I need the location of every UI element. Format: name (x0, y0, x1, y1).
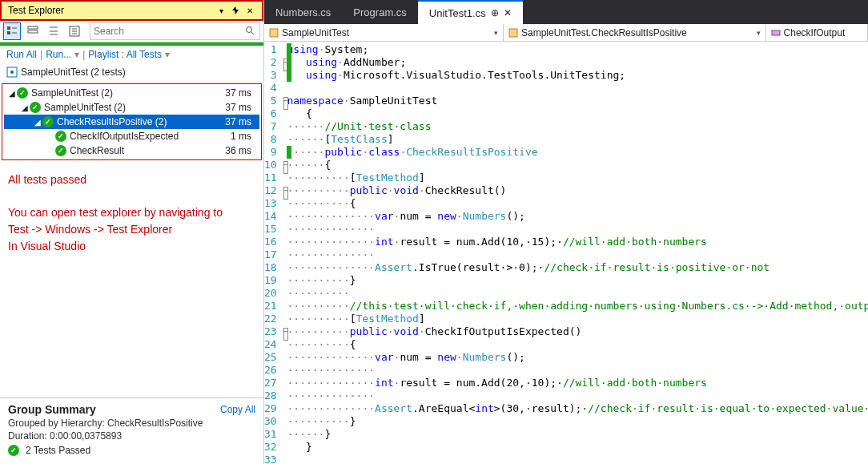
pin-icon[interactable]: ⊕ (491, 7, 499, 18)
tree-row[interactable]: ◢✓SampleUnitTest (2)37 ms (4, 86, 259, 100)
annotation-line: In Visual Studio (8, 238, 255, 255)
code-line[interactable]: ··········[TestMethod] (287, 171, 868, 184)
code-line[interactable]: ······{ (287, 159, 868, 171)
code-line[interactable]: ······} (287, 428, 868, 441)
line-number: 11 (264, 171, 282, 184)
line-number: 16 (264, 236, 282, 248)
search-input[interactable] (94, 26, 245, 37)
tree-time: 37 ms (225, 87, 256, 99)
toolbar (0, 21, 263, 42)
tree-row[interactable]: ◢✓SampleUnitTest (2)37 ms (4, 100, 259, 115)
chevron-down-icon[interactable]: ▾ (74, 49, 79, 60)
breadcrumb-text: SampleUnitTest (282, 27, 349, 38)
close-icon[interactable]: ✕ (504, 7, 512, 18)
code-line[interactable]: ·············· (287, 364, 868, 377)
layout-button[interactable] (24, 22, 42, 40)
run-link[interactable]: Run... (46, 49, 71, 60)
svg-rect-2 (28, 26, 38, 29)
code-editor[interactable]: 1234567891011121314151617181920212223242… (264, 42, 868, 464)
chevron-down-icon[interactable]: ▾ (757, 29, 761, 37)
tab-label: Program.cs (353, 6, 406, 18)
code-line[interactable]: using·System; (287, 43, 868, 56)
code-line[interactable]: ··············var·num = new·Numbers(); (287, 210, 868, 223)
tab-strip: Numbers.csProgram.csUnitTest1.cs⊕✕ (264, 0, 868, 24)
code-line[interactable]: ·········· (287, 287, 868, 300)
tree-row[interactable]: ✓CheckResult36 ms (4, 143, 259, 158)
tree-label: CheckIfOutputIsExpected (70, 131, 231, 142)
line-number: 31 (264, 428, 282, 441)
code-line[interactable] (287, 82, 868, 95)
playlist-link[interactable]: Playlist : All Tests (88, 49, 162, 60)
code-line[interactable]: ··········} (287, 274, 868, 287)
code-line[interactable]: ······[TestClass] (287, 133, 868, 146)
code-line[interactable]: ··········public·void·CheckIfOutputIsExp… (287, 325, 868, 338)
code-line[interactable]: ······public·class·CheckResultIsPositive (287, 146, 868, 159)
line-number: 13 (264, 197, 282, 210)
expand-chevron[interactable]: ◢ (7, 89, 17, 98)
code-line[interactable]: namespace·SampleUnitTest (287, 95, 868, 107)
code-line[interactable]: ·············· (287, 248, 868, 261)
pin-icon[interactable] (230, 5, 241, 16)
code-line[interactable]: using·AddNumber; (287, 56, 868, 69)
namespace-icon (269, 28, 279, 38)
line-number: 27 (264, 377, 282, 389)
margin-cell (282, 159, 287, 171)
breadcrumb-class[interactable]: SampleUnitTest.CheckResultIsPositive ▾ (504, 24, 766, 41)
tree-row[interactable]: ✓CheckIfOutputIsExpected1 ms (4, 129, 259, 143)
search-box[interactable] (90, 22, 260, 40)
code-line[interactable]: ······//Unit·test·class (287, 120, 868, 133)
code-line[interactable]: ··············Assert.IsTrue(result·>·0);… (287, 261, 868, 274)
run-all-link[interactable]: Run All (6, 49, 37, 60)
settings-button[interactable] (45, 22, 62, 40)
editor-tab[interactable]: UnitTest1.cs⊕✕ (418, 0, 523, 24)
code-line[interactable]: ··········public·void·CheckResult() (287, 184, 868, 197)
expand-chevron[interactable]: ◢ (33, 118, 42, 127)
line-number: 18 (264, 261, 282, 274)
line-number: 21 (264, 300, 282, 313)
dropdown-icon[interactable]: ▾ (215, 5, 227, 16)
chevron-down-icon[interactable]: ▾ (165, 49, 170, 60)
code-line[interactable] (287, 454, 868, 464)
margin-cell (282, 441, 287, 454)
copy-all-link[interactable]: Copy All (220, 404, 255, 415)
editor-tab[interactable]: Program.cs (342, 0, 417, 24)
code-line[interactable]: using·Microsoft.VisualStudio.TestTools.U… (287, 69, 868, 82)
margin-cell (282, 69, 287, 82)
code-line[interactable]: { (287, 107, 868, 120)
code-line[interactable]: ·············· (287, 223, 868, 236)
code-line[interactable]: ··········//this·test·will·check·if,·whe… (287, 300, 868, 313)
pass-icon: ✓ (55, 131, 66, 142)
margin-cell (282, 171, 287, 184)
group-by-button[interactable] (3, 22, 21, 40)
editor-tab[interactable]: Numbers.cs (264, 0, 342, 24)
code-line[interactable]: ·············· (287, 389, 868, 402)
margin-cell (282, 107, 287, 120)
expand-button[interactable] (66, 22, 83, 40)
code-line[interactable]: ··········{ (287, 338, 868, 351)
tree-header: SampleUnitTest (2 tests) (0, 63, 263, 82)
code-line[interactable]: ··········{ (287, 197, 868, 210)
search-icon[interactable] (245, 26, 256, 37)
code-line[interactable]: ··········} (287, 415, 868, 428)
tree-time: 37 ms (225, 102, 256, 113)
breadcrumb-namespace[interactable]: SampleUnitTest ▾ (264, 24, 504, 41)
margin-cell: − (282, 146, 287, 159)
code-line[interactable]: ··············int·result = num.Add(20,·1… (287, 377, 868, 389)
margin-cell: − (282, 184, 287, 197)
code-line[interactable]: ··············var·num = new·Numbers(); (287, 351, 868, 364)
margin-cell: − (282, 325, 287, 338)
chevron-down-icon[interactable]: ▾ (494, 29, 498, 37)
line-number: 30 (264, 415, 282, 428)
code-line[interactable]: } (287, 441, 868, 454)
code-line[interactable]: ··············int·result = num.Add(10,·1… (287, 236, 868, 248)
expand-chevron[interactable]: ◢ (20, 103, 30, 112)
tree-row[interactable]: ◢✓CheckResultIsPositive (2)37 ms (4, 115, 259, 129)
close-icon[interactable]: ✕ (244, 5, 255, 16)
code-body[interactable]: using·System; using·AddNumber; using·Mic… (287, 42, 868, 464)
line-number: 14 (264, 210, 282, 223)
code-line[interactable]: ··········[TestMethod] (287, 313, 868, 325)
line-number: 19 (264, 274, 282, 287)
breadcrumb-method[interactable]: CheckIfOutput (766, 24, 868, 41)
code-line[interactable]: ··············Assert.AreEqual<int>(30,·r… (287, 402, 868, 415)
margin-cell (282, 274, 287, 287)
